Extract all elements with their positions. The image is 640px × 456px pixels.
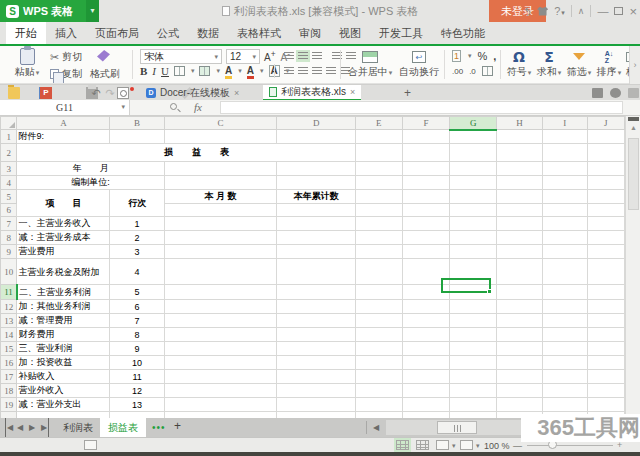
item-cell[interactable]: 营业外收入	[17, 384, 110, 398]
item-cell[interactable]: 补贴收入	[17, 370, 110, 384]
cell[interactable]	[277, 370, 356, 384]
fill-handle[interactable]	[487, 289, 492, 294]
cell[interactable]	[277, 259, 356, 285]
line-cell[interactable]: 12	[110, 384, 164, 398]
docer-tab[interactable]: D Docer-在线模板 ×	[140, 85, 245, 101]
bold-button[interactable]: B	[140, 65, 147, 77]
help-button[interactable]: ?▾	[554, 5, 565, 17]
copy-button[interactable]: 复制	[50, 67, 82, 81]
item-cell[interactable]: 减：主营业务成本	[17, 231, 110, 245]
collapse-ribbon-button[interactable]: ∧	[578, 6, 585, 16]
cell[interactable]	[277, 231, 356, 245]
cell[interactable]	[164, 259, 277, 285]
assistant-icon[interactable]	[610, 88, 621, 98]
sheet-title-cell[interactable]: 损 益 表	[17, 144, 355, 162]
name-box[interactable]: G11 ▾	[0, 100, 130, 115]
layout-switch-icon[interactable]	[628, 88, 639, 98]
italic-button[interactable]: I	[152, 65, 156, 77]
row-header[interactable]: 8	[1, 231, 17, 245]
tab-data[interactable]: 数据	[188, 22, 228, 44]
last-sheet-icon[interactable]: ▶	[41, 418, 49, 437]
cell[interactable]	[277, 285, 356, 300]
tab-insert[interactable]: 插入	[46, 22, 86, 44]
row-header[interactable]: 5	[1, 190, 17, 204]
cell[interactable]	[164, 245, 277, 259]
item-cell[interactable]: 一、主营业务收入	[17, 217, 110, 231]
row-header[interactable]: 19	[1, 398, 17, 412]
zoom-slider-track[interactable]	[527, 445, 613, 446]
first-sheet-icon[interactable]: ◀	[5, 418, 13, 437]
font-color-button[interactable]: A	[247, 66, 254, 76]
fill-color-button[interactable]	[199, 66, 210, 76]
row-header[interactable]: 12	[1, 300, 17, 314]
undo-icon[interactable]: ↶	[90, 87, 102, 99]
next-sheet-icon[interactable]: ▶	[29, 418, 35, 437]
symbol-button[interactable]: Ω 符号▾	[506, 48, 532, 79]
vertical-scrollbar[interactable]: ▲	[625, 116, 640, 418]
spreadsheet-grid[interactable]: A B C D E F G H I J 1 附件9: 2 损 益 表	[0, 116, 625, 418]
row-header[interactable]: 13	[1, 314, 17, 328]
add-sheet-button[interactable]: +	[174, 418, 181, 434]
cell[interactable]	[277, 245, 356, 259]
align-right-button[interactable]	[312, 67, 322, 75]
normal-view-icon[interactable]	[396, 440, 409, 450]
close-tab-icon[interactable]: ×	[234, 88, 239, 98]
insert-function-button[interactable]: fx	[194, 100, 202, 115]
cell[interactable]	[277, 328, 356, 342]
cell[interactable]	[164, 342, 277, 356]
item-cell[interactable]: 加：其他业务利润	[17, 300, 110, 314]
borders-button[interactable]	[174, 66, 185, 76]
page-layout-view-icon[interactable]	[416, 440, 429, 450]
format-cells-button[interactable]	[482, 66, 493, 76]
row-header[interactable]: 3	[1, 162, 17, 176]
cell[interactable]	[277, 217, 356, 231]
cell[interactable]	[277, 314, 356, 328]
cell[interactable]	[164, 217, 277, 231]
tab-table-style[interactable]: 表格样式	[228, 22, 290, 44]
cell[interactable]	[164, 328, 277, 342]
row-header[interactable]: 4	[1, 176, 17, 190]
header-item-cell[interactable]: 项 目	[17, 190, 110, 217]
minimize-button[interactable]: —	[597, 5, 608, 17]
message-icon[interactable]	[592, 88, 603, 98]
cell[interactable]	[164, 356, 277, 370]
hscroll-left-icon[interactable]: ◀	[373, 418, 379, 437]
row-header[interactable]: 10	[1, 259, 17, 285]
fullscreen-view-icon[interactable]	[460, 440, 473, 450]
split-handle[interactable]	[628, 117, 639, 121]
export-pdf-icon[interactable]: P	[40, 87, 52, 99]
line-cell[interactable]: 8	[110, 328, 164, 342]
percent-button[interactable]: %	[478, 50, 488, 62]
font-name-select[interactable]: 宋体▾	[140, 49, 222, 64]
maximize-button[interactable]	[614, 7, 623, 15]
line-cell[interactable]: 13	[110, 398, 164, 412]
item-cell[interactable]: 营业费用	[17, 245, 110, 259]
line-cell[interactable]: 5	[110, 285, 164, 300]
number-format-button[interactable]: 1	[452, 50, 461, 62]
cell[interactable]	[164, 384, 277, 398]
year-month-cell[interactable]: 年 月	[17, 162, 164, 176]
line-cell[interactable]: 2	[110, 231, 164, 245]
formula-input[interactable]	[220, 101, 623, 114]
active-document-tab[interactable]: 利润表表格.xls ×	[263, 85, 361, 101]
line-cell[interactable]: 11	[110, 370, 164, 384]
col-header-b[interactable]: B	[110, 117, 164, 130]
format-painter-button[interactable]: 格式刷	[90, 67, 120, 81]
tab-page-layout[interactable]: 页面布局	[86, 22, 148, 44]
align-top-button[interactable]	[284, 52, 294, 60]
row-header[interactable]: 15	[1, 342, 17, 356]
row-header[interactable]: 7	[1, 217, 17, 231]
align-left-button[interactable]	[284, 67, 294, 75]
redo-icon[interactable]: ↷	[104, 87, 116, 99]
vertical-scroll-thumb[interactable]	[628, 138, 639, 210]
cell[interactable]	[277, 300, 356, 314]
wps-app-button[interactable]: S WPS 表格	[0, 0, 86, 22]
cell[interactable]	[164, 231, 277, 245]
col-header-j[interactable]: J	[587, 117, 624, 130]
app-menu-dropdown[interactable]: ▾	[86, 0, 99, 22]
item-cell[interactable]: 减：营业外支出	[17, 398, 110, 412]
cell[interactable]	[164, 285, 277, 300]
horizontal-scroll-thumb[interactable]	[437, 421, 477, 434]
tab-home[interactable]: 开始	[6, 22, 46, 44]
zoom-formula-icon[interactable]	[170, 103, 177, 110]
